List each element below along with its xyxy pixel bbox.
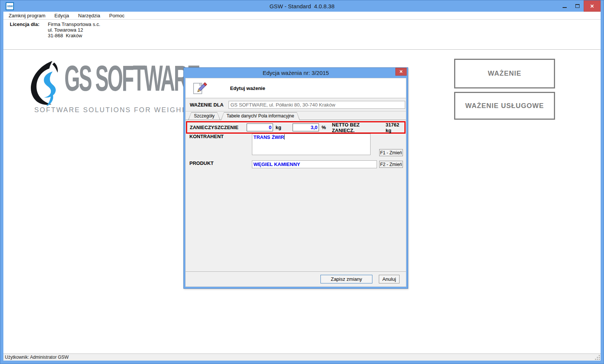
kontrahent-label: KONTRAHENT [186,134,252,155]
window-controls: ✕ [558,0,601,12]
cancel-button[interactable]: Anuluj [379,275,400,283]
produkt-row: PRODUKT [186,160,406,168]
menu-item-pomoc[interactable]: Pomoc [109,13,124,18]
close-button[interactable]: ✕ [584,0,601,12]
dialog-close-icon: ✕ [399,69,403,74]
text-caret [284,134,285,140]
produkt-input[interactable] [252,160,377,168]
zanieczyszczenie-percent-input[interactable] [293,123,319,131]
minimize-button[interactable] [558,0,571,12]
maximize-icon [575,4,580,8]
menu-item-narzedzia[interactable]: Narzędzia [78,13,101,18]
tab-szczegoly[interactable]: Szczegóły [188,112,220,120]
logo-mark-icon [29,60,70,108]
menu-item-zamknij-program[interactable]: Zamknij program [9,13,46,18]
f1-zmien-button[interactable]: F1 - Zmień [379,149,403,156]
edit-pencil-icon [192,81,207,95]
license-line-street: ul. Towarowa 12 [48,27,100,33]
license-line-city: 31-868 Kraków [48,33,100,38]
logo-wordmark: GS SOFTWARE [64,63,199,93]
wazenie-dla-label: WAŻENIE DLA [190,102,227,108]
dialog-header-label: Edytuj ważenie [230,85,265,91]
netto-value: 31762 kg [386,122,404,133]
wazenie-dla-input[interactable] [229,101,405,109]
kg-unit-label: kg [276,125,281,130]
save-changes-button[interactable]: Zapisz zmiany [320,275,372,283]
status-bar: Użytkownik: Administrator GSW [3,353,601,361]
license-address: Firma Transportowa s.c. ul. Towarowa 12 … [48,21,100,49]
dialog-footer: Zapisz zmiany Anuluj [186,271,406,286]
window-title: GSW - Standard 4.0.8.38 [0,3,604,9]
wazenie-button[interactable]: WAŻENIE [454,59,555,88]
tab-tabele-danych[interactable]: Tabele danych/ Pola informacyjne [221,112,300,120]
status-user-text: Użytkownik: Administrator GSW [5,355,69,360]
license-label: Licencja dla: [10,21,48,49]
percent-unit-label: % [322,125,326,130]
app-window: GSW GSW - Standard 4.0.8.38 ✕ Zamknij pr… [0,0,604,364]
license-line-company: Firma Transportowa s.c. [48,21,100,27]
window-frame: Zamknij program Edycja Narzędzia Pomoc L… [3,12,601,361]
zanieczyszczenie-label: ZANIECZYSZCZENIE [190,125,247,130]
dialog-title: Edycja ważenia nr: 3/2015 [263,70,329,76]
dialog-close-button[interactable]: ✕ [395,68,407,76]
dialog-titlebar: Edycja ważenia nr: 3/2015 ✕ [184,68,408,78]
netto-bez-zaniecz-label: NETTO BEZ ZANIECZ. [332,122,379,133]
dialog-body: Edytuj ważenie WAŻENIE DLA Szczegóły Tab… [185,78,406,287]
wazenie-dla-row: WAŻENIE DLA [186,98,406,111]
produkt-label: PRODUKT [186,160,252,168]
zanieczyszczenie-kg-input[interactable] [247,123,273,131]
tab-strip: Szczegóły Tabele danych/ Pola informacyj… [186,111,406,120]
dialog-header: Edytuj ważenie [186,78,406,98]
main-content: GS SOFTWARE SOFTWARE SOLUTIONS FOR WEIGH… [3,50,601,353]
maximize-button[interactable] [571,0,584,12]
edit-weighing-dialog: Edycja ważenia nr: 3/2015 ✕ [183,67,408,289]
license-strip: Licencja dla: Firma Transportowa s.c. ul… [3,20,601,50]
zanieczyszczenie-highlight-row: ZANIECZYSZCZENIE kg % NETTO BEZ ZANIECZ.… [186,121,406,134]
kontrahent-row: KONTRAHENT TRANS ŻWIR [186,134,406,155]
kontrahent-field[interactable]: TRANS ŻWIR [252,134,371,155]
tab-content: ZANIECZYSZCZENIE kg % NETTO BEZ ZANIECZ.… [186,120,406,271]
menu-item-edycja[interactable]: Edycja [55,13,69,18]
wazenie-uslugowe-button[interactable]: WAŻENIE USŁUGOWE [454,92,555,120]
menu-bar: Zamknij program Edycja Narzędzia Pomoc [3,12,601,20]
kontrahent-value: TRANS ŻWIR [253,134,284,140]
f2-zmien-button[interactable]: F2 - Zmień [379,161,403,168]
resize-grip-icon[interactable] [595,355,600,360]
minimize-icon [563,7,567,8]
app-icon: GSW [6,2,14,10]
gs-software-logo: GS SOFTWARE SOFTWARE SOLUTIONS FOR WEIGH… [26,57,184,117]
titlebar: GSW GSW - Standard 4.0.8.38 ✕ [0,0,604,12]
close-icon: ✕ [590,3,594,9]
